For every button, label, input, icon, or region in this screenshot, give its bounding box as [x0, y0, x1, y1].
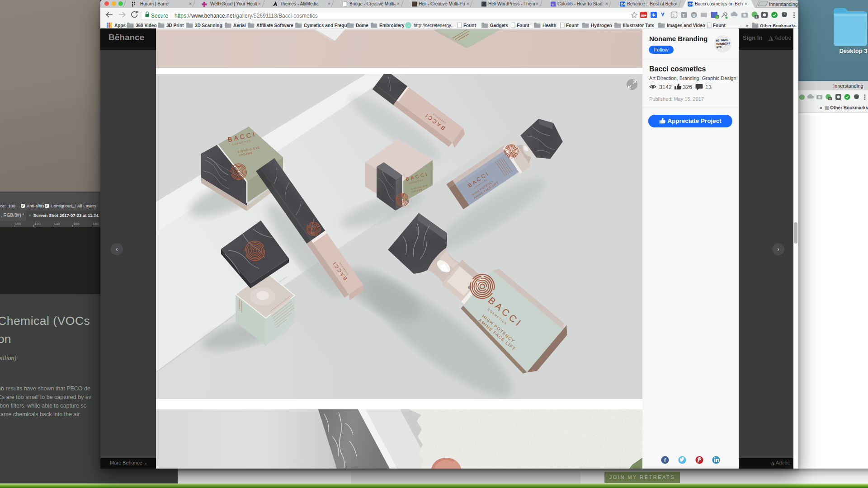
svg-text:×: ×: [467, 1, 469, 6]
svg-text:×: ×: [189, 1, 192, 6]
svg-text:Behance :: Best of Beha: Behance :: Best of Beha: [627, 1, 676, 6]
svg-text:/gallery/52691113/Bacci-cosmet: /gallery/52691113/Bacci-cosmetics: [235, 13, 318, 19]
svg-text:3D Print: 3D Print: [166, 23, 184, 28]
svg-text:Fount: Fount: [566, 23, 579, 28]
svg-text:×: ×: [536, 1, 538, 6]
svg-text:Innerstanding: Innerstanding: [769, 1, 798, 7]
svg-text:http://secretenergy....: http://secretenergy....: [414, 23, 456, 28]
svg-text:×: ×: [397, 1, 400, 6]
svg-text:13: 13: [705, 84, 712, 90]
svg-text:Affiliate Software: Affiliate Software: [256, 23, 293, 28]
svg-text:99+: 99+: [641, 14, 646, 17]
svg-text:326: 326: [683, 84, 692, 90]
svg-text:360 Video: 360 Video: [136, 23, 157, 28]
svg-text:Secure: Secure: [151, 13, 168, 19]
svg-text:U: U: [693, 13, 696, 18]
svg-text:Fount: Fount: [713, 23, 726, 28]
svg-text:Embroidery: Embroidery: [379, 23, 405, 28]
svg-text:www.behance.net: www.behance.net: [191, 13, 234, 19]
svg-text:3142: 3142: [659, 84, 672, 90]
svg-text:3D Scanning: 3D Scanning: [195, 23, 222, 28]
svg-text:Hurom | Barrel: Hurom | Barrel: [140, 1, 170, 6]
svg-text:Apps: Apps: [114, 23, 126, 28]
svg-text:Health: Health: [542, 23, 557, 28]
svg-text:Bē: Bē: [689, 2, 693, 6]
svg-text:1: 1: [716, 15, 718, 19]
svg-text:Bacci cosmetics on Beh: Bacci cosmetics on Beh: [695, 1, 743, 6]
svg-text:×: ×: [258, 1, 261, 6]
svg-text:Heli - Creative Multi-Pu: Heli - Creative Multi-Pu: [419, 1, 465, 6]
svg-text:1: 1: [756, 15, 758, 19]
svg-text:Bē: Bē: [621, 2, 626, 6]
svg-text:Dome: Dome: [356, 23, 368, 28]
svg-text:Images and Video: Images and Video: [667, 23, 705, 28]
svg-text:1: 1: [829, 98, 831, 101]
svg-text:×: ×: [328, 1, 330, 6]
svg-text:Well+Good | Your Healt: Well+Good | Your Healt: [210, 1, 257, 6]
svg-text:Fount: Fount: [463, 23, 476, 28]
svg-text:Bridge - Creative Multi-: Bridge - Creative Multi-: [349, 1, 396, 6]
svg-text:https: https: [175, 13, 186, 19]
svg-text:Hydrogen: Hydrogen: [591, 23, 612, 28]
svg-text:»: »: [745, 23, 748, 28]
svg-text:Gadgets: Gadgets: [490, 23, 508, 28]
svg-text:2: 2: [673, 14, 675, 18]
svg-text:×: ×: [675, 1, 677, 6]
svg-text:Themes - AlxMedia: Themes - AlxMedia: [280, 1, 319, 6]
svg-text:Illustrator Tuts: Illustrator Tuts: [623, 23, 655, 28]
svg-text:c: c: [552, 2, 554, 6]
svg-text:×: ×: [605, 1, 608, 6]
svg-text:Colorlib - How To Start: Colorlib - How To Start: [557, 1, 603, 6]
svg-text:Aerial: Aerial: [233, 23, 246, 28]
svg-text:×: ×: [745, 1, 747, 6]
svg-text:T: T: [683, 13, 685, 18]
svg-text:Cymatics and Frequ...: Cymatics and Frequ...: [304, 23, 351, 28]
svg-text:Fount: Fount: [517, 23, 529, 28]
svg-text:Other Bookmarks: Other Bookmarks: [760, 23, 797, 28]
svg-text:Heli WordPress - Them: Heli WordPress - Them: [488, 1, 535, 6]
svg-text:://: ://: [186, 13, 191, 19]
